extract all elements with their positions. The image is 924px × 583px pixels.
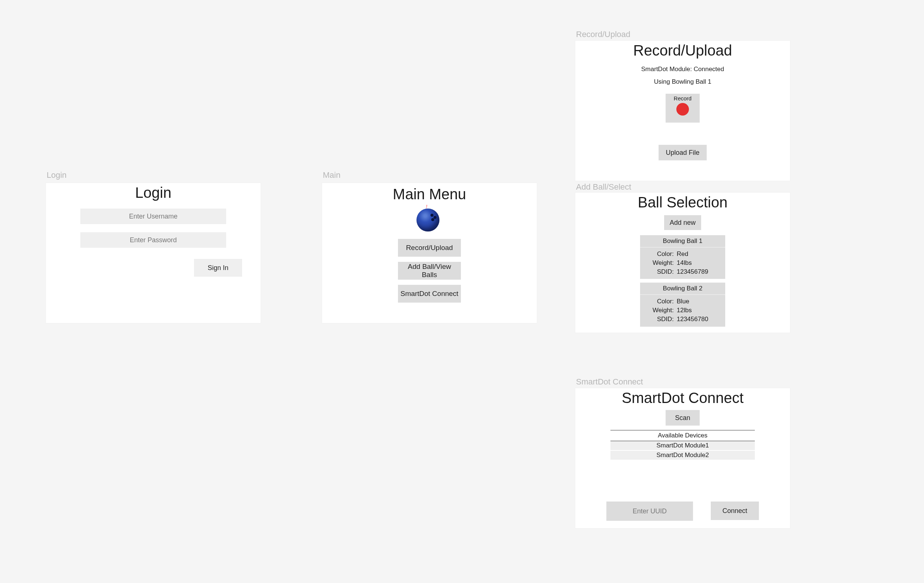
add-ball-button[interactable]: Add Ball/View Balls: [398, 262, 461, 280]
ball-sdid-value: 123456789: [677, 268, 714, 276]
username-input[interactable]: [80, 208, 226, 224]
smartdot-connect-button[interactable]: SmartDot Connect: [398, 285, 461, 302]
ball-color-value: Blue: [677, 297, 714, 306]
artboard-label-login: Login: [47, 170, 67, 180]
devices-table: Available Devices SmartDot Module1 Smart…: [610, 430, 755, 461]
artboard-login: Login Sign In: [46, 183, 261, 323]
connect-button[interactable]: Connect: [711, 502, 759, 520]
artboard-main: Main Menu Record/Upload Add Ball/View Ba…: [322, 183, 537, 323]
artboard-label-add-ball: Add Ball/Select: [576, 182, 631, 192]
scan-button[interactable]: Scan: [666, 410, 700, 426]
uuid-input[interactable]: [606, 502, 693, 521]
module-status: SmartDot Module: Connected: [641, 66, 724, 73]
ball-card[interactable]: Bowling Ball 2 Color:Blue Weight:12lbs S…: [640, 282, 725, 326]
signin-button[interactable]: Sign In: [194, 259, 242, 277]
ball-weight-value: 14lbs: [677, 259, 714, 268]
ball-color-value: Red: [677, 249, 714, 259]
device-row[interactable]: SmartDot Module2: [610, 451, 755, 460]
add-new-ball-button[interactable]: Add new: [664, 215, 701, 230]
ball-selection-title: Ball Selection: [575, 194, 790, 211]
ball-color-label: Color:: [652, 297, 674, 306]
ball-name: Bowling Ball 1: [640, 235, 725, 248]
ball-sdid-value: 123456780: [677, 315, 714, 324]
bowling-ball-icon: [416, 206, 442, 231]
ball-weight-label: Weight:: [652, 259, 674, 268]
record-label: Record: [674, 95, 691, 101]
main-title: Main Menu: [322, 186, 537, 203]
ball-color-label: Color:: [652, 249, 674, 259]
device-row[interactable]: SmartDot Module1: [610, 441, 755, 450]
artboard-record-upload: Record/Upload SmartDot Module: Connected…: [575, 41, 790, 181]
upload-file-button[interactable]: Upload File: [658, 145, 707, 160]
smartdot-connect-title: SmartDot Connect: [575, 390, 790, 406]
artboard-ball-selection: Ball Selection Add new Bowling Ball 1 Co…: [575, 193, 790, 333]
artboard-label-smartdot-connect: SmartDot Connect: [576, 377, 643, 387]
ball-weight-value: 12lbs: [677, 306, 714, 315]
record-upload-title: Record/Upload: [575, 42, 790, 59]
artboard-smartdot-connect: SmartDot Connect Scan Available Devices …: [575, 388, 790, 528]
ball-card[interactable]: Bowling Ball 1 Color:Red Weight:14lbs SD…: [640, 235, 725, 279]
using-ball: Using Bowling Ball 1: [654, 78, 711, 86]
record-icon: [676, 103, 689, 116]
password-input[interactable]: [80, 232, 226, 248]
ball-name: Bowling Ball 2: [640, 282, 725, 295]
ball-sdid-label: SDID:: [652, 315, 674, 324]
record-upload-button[interactable]: Record/Upload: [398, 239, 461, 257]
artboard-label-record-upload: Record/Upload: [576, 30, 630, 39]
devices-header: Available Devices: [610, 430, 755, 441]
login-title: Login: [46, 185, 261, 201]
artboard-label-main: Main: [323, 170, 341, 180]
ball-sdid-label: SDID:: [652, 268, 674, 276]
record-button[interactable]: Record: [666, 94, 700, 122]
ball-weight-label: Weight:: [652, 306, 674, 315]
